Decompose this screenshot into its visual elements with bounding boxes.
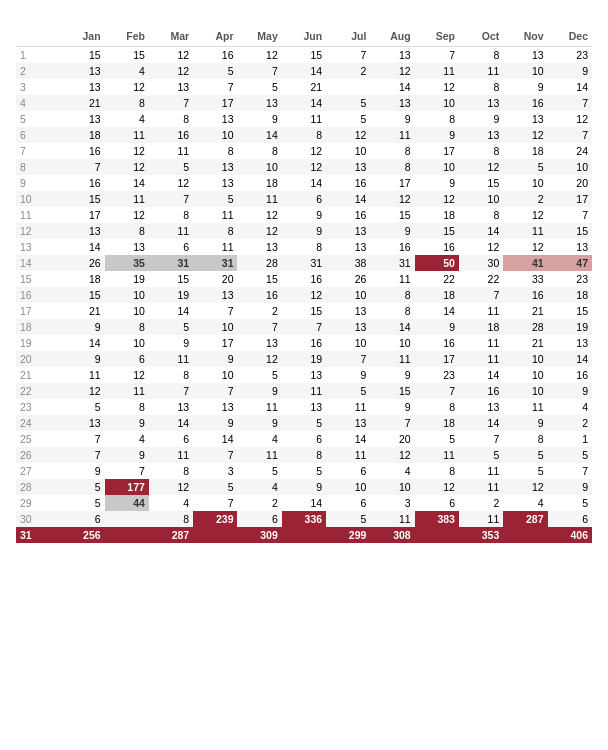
cell-feb: 4 [105, 431, 149, 447]
cell-jun: 19 [282, 351, 326, 367]
row-number: 29 [16, 495, 60, 511]
cell-dec: 47 [548, 255, 592, 271]
cell-nov: 12 [503, 207, 547, 223]
cell-may: 7 [237, 63, 281, 79]
cell-dec: 7 [548, 95, 592, 111]
row-number: 15 [16, 271, 60, 287]
cell-aug: 7 [370, 415, 414, 431]
cell-nov: 10 [503, 63, 547, 79]
cell-mar: 11 [149, 447, 193, 463]
cell-sep: 8 [415, 111, 459, 127]
cell-may: 309 [237, 527, 281, 543]
cell-aug: 11 [370, 127, 414, 143]
row-number: 3 [16, 79, 60, 95]
cell-dec: 7 [548, 463, 592, 479]
cell-jun: 12 [282, 159, 326, 175]
cell-sep: 18 [415, 287, 459, 303]
cell-sep: 11 [415, 63, 459, 79]
cell-dec: 17 [548, 191, 592, 207]
cell-mar: 11 [149, 143, 193, 159]
row-number: 22 [16, 383, 60, 399]
cell-feb: 12 [105, 143, 149, 159]
cell-nov: 41 [503, 255, 547, 271]
cell-apr: 9 [193, 415, 237, 431]
table-row: 1213811812913915141115 [16, 223, 592, 239]
cell-dec: 9 [548, 383, 592, 399]
cell-sep: 17 [415, 143, 459, 159]
cell-aug: 13 [370, 95, 414, 111]
cell-aug: 13 [370, 47, 414, 64]
cell-jun: 12 [282, 287, 326, 303]
cell-feb: 4 [105, 63, 149, 79]
table-row: 2096119121971117111014 [16, 351, 592, 367]
cell-jul: 5 [326, 95, 370, 111]
cell-apr: 17 [193, 95, 237, 111]
cell-jul: 6 [326, 495, 370, 511]
cell-aug: 9 [370, 399, 414, 415]
cell-may: 13 [237, 239, 281, 255]
cell-aug: 8 [370, 159, 414, 175]
column-header-jun: Jun [282, 28, 326, 47]
cell-jan: 15 [60, 287, 104, 303]
cell-apr: 13 [193, 175, 237, 191]
cell-jul: 26 [326, 271, 370, 287]
cell-jul: 16 [326, 207, 370, 223]
cell-oct: 10 [459, 191, 503, 207]
cell-oct: 8 [459, 47, 503, 64]
cell-sep: 50 [415, 255, 459, 271]
cell-jul: 13 [326, 319, 370, 335]
cell-jan: 9 [60, 319, 104, 335]
cell-mar: 12 [149, 175, 193, 191]
row-number: 26 [16, 447, 60, 463]
cell-may: 14 [237, 127, 281, 143]
cell-oct: 11 [459, 303, 503, 319]
cell-dec: 12 [548, 111, 592, 127]
cell-feb: 7 [105, 463, 149, 479]
cell-mar: 11 [149, 351, 193, 367]
cell-nov: 10 [503, 351, 547, 367]
cell-apr: 8 [193, 223, 237, 239]
cell-mar: 5 [149, 319, 193, 335]
cell-dec: 20 [548, 175, 592, 191]
cell-mar: 7 [149, 191, 193, 207]
cell-sep: 12 [415, 191, 459, 207]
row-number: 28 [16, 479, 60, 495]
cell-aug: 15 [370, 383, 414, 399]
cell-jan: 7 [60, 447, 104, 463]
cell-feb: 14 [105, 175, 149, 191]
cell-feb: 10 [105, 335, 149, 351]
cell-jan: 13 [60, 111, 104, 127]
cell-jan: 7 [60, 431, 104, 447]
table-row: 22121177911515716109 [16, 383, 592, 399]
cell-mar: 12 [149, 47, 193, 64]
row-number: 25 [16, 431, 60, 447]
cell-jul: 13 [326, 303, 370, 319]
cell-dec: 9 [548, 63, 592, 79]
cell-aug: 14 [370, 79, 414, 95]
table-row: 2413914995137181492 [16, 415, 592, 431]
cell-jun: 7 [282, 319, 326, 335]
row-number: 12 [16, 223, 60, 239]
cell-jul: 6 [326, 463, 370, 479]
cell-nov: 5 [503, 159, 547, 175]
cell-nov: 16 [503, 287, 547, 303]
table-row: 716121188121081781824 [16, 143, 592, 159]
cell-aug: 16 [370, 239, 414, 255]
cell-sep: 9 [415, 127, 459, 143]
cell-apr: 10 [193, 319, 237, 335]
table-row: 1151512161215713781323 [16, 47, 592, 64]
cell-aug: 17 [370, 175, 414, 191]
cell-apr: 8 [193, 143, 237, 159]
cell-dec: 10 [548, 159, 592, 175]
cell-jan: 13 [60, 223, 104, 239]
cell-jun: 9 [282, 223, 326, 239]
cell-dec: 2 [548, 415, 592, 431]
cell-oct: 14 [459, 415, 503, 431]
table-row: 14263531312831383150304147 [16, 255, 592, 271]
cell-sep: 6 [415, 495, 459, 511]
cell-jul: 16 [326, 175, 370, 191]
table-row: 871251310121381012510 [16, 159, 592, 175]
cell-jan: 9 [60, 351, 104, 367]
table-row: 18985107713149182819 [16, 319, 592, 335]
cell-apr: 7 [193, 303, 237, 319]
